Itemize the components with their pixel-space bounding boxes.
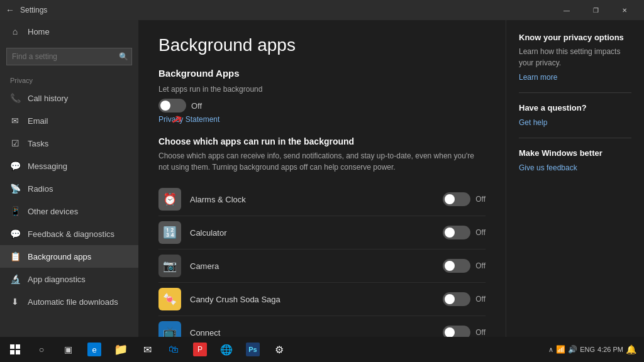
sidebar-item-background-apps[interactable]: 📋 Background apps: [0, 245, 138, 268]
privacy-statement-link[interactable]: Privacy Statement: [158, 115, 486, 124]
svg-rect-0: [10, 344, 14, 349]
chrome-icon: 🌐: [219, 343, 233, 356]
home-icon: ⌂: [10, 26, 20, 36]
learn-more-link[interactable]: Learn more: [519, 73, 557, 82]
taskbar-app-explorer[interactable]: 📁: [108, 337, 133, 362]
background-apps-icon: 📋: [10, 251, 20, 261]
camera-name: Camera: [190, 261, 434, 271]
red-app-icon: P: [193, 343, 207, 356]
candy-crush-icon: 🍬: [158, 288, 181, 310]
connect-toggle[interactable]: [443, 326, 470, 337]
taskbar-app-edge[interactable]: e: [82, 337, 107, 362]
svg-rect-2: [10, 350, 14, 354]
get-help-link[interactable]: Get help: [519, 118, 547, 127]
alarms-icon: ⏰: [158, 188, 181, 211]
app-item-candy-crush: 🍬 Candy Crush Soda Saga Off: [158, 283, 486, 316]
alarms-name: Alarms & Clock: [190, 195, 434, 204]
taskbar-app-store[interactable]: 🛍: [161, 337, 186, 362]
start-button[interactable]: [3, 337, 28, 362]
taskbar-app-chrome[interactable]: 🌐: [214, 337, 239, 362]
search-icon: 🔍: [119, 52, 128, 61]
minimize-button[interactable]: —: [552, 0, 581, 20]
right-panel-divider2: [519, 138, 631, 138]
taskbar-app-red[interactable]: P: [187, 337, 213, 362]
connect-toggle-knob: [445, 327, 455, 337]
candy-crush-toggle-label: Off: [475, 295, 486, 304]
sidebar-feedback-label: Feedback & diagnostics: [28, 229, 114, 239]
tasks-icon: ☑: [10, 138, 20, 148]
sidebar-call-history-label: Call history: [28, 94, 68, 103]
camera-toggle-knob: [445, 261, 455, 271]
app-item-calculator: 🔢 Calculator Off: [158, 216, 486, 250]
connect-toggle-row: Off: [443, 326, 486, 337]
close-button[interactable]: ✕: [610, 0, 639, 20]
give-feedback-link[interactable]: Give us feedback: [519, 163, 577, 172]
task-view-button[interactable]: ▣: [55, 337, 80, 362]
right-panel-divider: [519, 92, 631, 93]
connect-name: Connect: [190, 328, 434, 337]
cortana-button[interactable]: ○: [29, 337, 54, 362]
camera-toggle-row: Off: [443, 259, 486, 273]
candy-crush-toggle-knob: [445, 294, 455, 304]
explorer-icon: 📁: [114, 343, 128, 356]
taskbar-lang: ENG: [580, 346, 595, 353]
toggle-knob: [160, 101, 170, 111]
svg-rect-1: [16, 344, 20, 349]
sidebar-item-app-diagnostics[interactable]: 🔬 App diagnostics: [0, 268, 138, 290]
windows-better-title: Make Windows better: [519, 148, 631, 158]
main-content: ⌂ Home 🔍 Privacy 📞 Call history ✉ Email …: [0, 20, 644, 337]
taskbar-app-mail[interactable]: ✉: [135, 337, 160, 362]
messaging-icon: 💬: [10, 161, 20, 171]
email-icon: ✉: [10, 116, 20, 126]
radios-icon: 📡: [10, 184, 20, 194]
app-diagnostics-icon: 🔬: [10, 274, 20, 284]
edge-icon: e: [87, 343, 101, 356]
taskbar-network-icon[interactable]: 📶: [556, 345, 565, 354]
toggle-description: Let apps run in the background: [158, 85, 486, 94]
candy-crush-toggle[interactable]: [443, 292, 470, 306]
mail-icon: ✉: [140, 343, 154, 356]
have-question-title: Have a question?: [519, 103, 631, 112]
alarms-toggle-row: Off: [443, 192, 486, 206]
taskbar-hidden-icons[interactable]: ∧: [548, 346, 553, 354]
auto-downloads-icon: ⬇: [10, 297, 20, 307]
app-item-camera: 📷 Camera Off: [158, 250, 486, 283]
window-title: Settings: [20, 6, 47, 14]
sidebar-item-tasks[interactable]: ☑ Tasks: [0, 132, 138, 155]
search-input[interactable]: [6, 48, 132, 65]
right-panel: Know your privacy options Learn how this…: [506, 20, 644, 337]
candy-crush-toggle-row: Off: [443, 292, 486, 306]
restore-button[interactable]: ❐: [581, 0, 610, 20]
taskbar-app-settings[interactable]: ⚙: [267, 337, 292, 362]
sidebar-item-home[interactable]: ⌂ Home: [0, 20, 138, 43]
calculator-toggle[interactable]: [443, 226, 470, 239]
taskbar-notifications[interactable]: 🔔: [626, 344, 636, 354]
alarms-toggle[interactable]: [443, 192, 470, 206]
settings-icon: ⚙: [272, 343, 286, 356]
sidebar-item-messaging[interactable]: 💬 Messaging: [0, 155, 138, 177]
taskbar-app-ps[interactable]: Ps: [240, 337, 265, 362]
sidebar-home-label: Home: [28, 27, 50, 36]
sidebar-item-other-devices[interactable]: 📱 Other devices: [0, 200, 138, 222]
sidebar-item-email[interactable]: ✉ Email: [0, 109, 138, 132]
page-title: Background apps: [158, 35, 486, 55]
privacy-section-label: Privacy: [0, 70, 138, 87]
app-list: ⏰ Alarms & Clock Off 🔢 Calculator Off: [158, 183, 486, 337]
sidebar-item-call-history[interactable]: 📞 Call history: [0, 87, 138, 109]
connect-toggle-label: Off: [475, 328, 486, 337]
sidebar-item-auto-downloads[interactable]: ⬇ Automatic file downloads: [0, 290, 138, 313]
taskbar-volume-icon[interactable]: 🔊: [568, 345, 577, 354]
sidebar-item-feedback[interactable]: 💬 Feedback & diagnostics: [0, 222, 138, 245]
feedback-icon: 💬: [10, 229, 20, 239]
camera-icon: 📷: [158, 255, 181, 277]
back-button[interactable]: ←: [5, 5, 15, 15]
sidebar-email-label: Email: [28, 116, 48, 126]
taskbar-clock[interactable]: 4:26 PM: [597, 346, 623, 353]
sidebar-radios-label: Radios: [28, 184, 53, 194]
sidebar-item-radios[interactable]: 📡 Radios: [0, 177, 138, 200]
know-privacy-text: Learn how this setting impacts your priv…: [519, 46, 631, 69]
ps-icon: Ps: [246, 343, 260, 356]
camera-toggle[interactable]: [443, 259, 470, 273]
background-apps-main-toggle[interactable]: [158, 99, 186, 112]
call-history-icon: 📞: [10, 93, 20, 103]
